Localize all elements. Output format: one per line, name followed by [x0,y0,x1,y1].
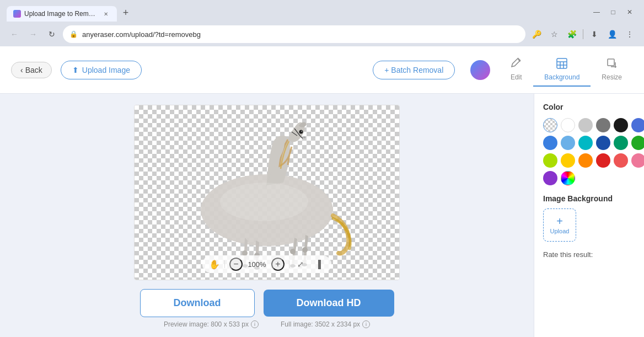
password-btn[interactable]: 🔑 [529,26,544,42]
tab-background[interactable]: Background [533,53,591,87]
swatch-yellow-green[interactable] [543,153,557,168]
lock-icon: 🔒 [69,30,78,38]
svg-rect-5 [608,59,614,66]
resize-icon [606,57,618,72]
back-nav-btn[interactable]: ← [7,26,22,42]
horse-image [135,105,399,280]
swatch-red[interactable] [596,153,610,168]
bottom-actions: Download Download HD [140,289,394,317]
zoom-out-btn[interactable]: − [229,258,243,271]
rate-section: Rate this result: [543,250,635,259]
back-chevron-icon: ‹ [20,66,23,74]
toolbar-divider [583,29,583,39]
swatch-blue-dark[interactable] [631,118,644,132]
swatch-gray[interactable] [596,118,610,132]
tab-edit[interactable]: Edit [499,53,533,87]
image-toolbar: ✋ − 100% + ⤢ ▐ [202,255,331,273]
upload-bg-button[interactable]: + Upload [543,208,576,242]
tab-bar: Upload Image to Remove Bg in... ✕ + [7,5,584,22]
swatch-navy[interactable] [596,136,610,150]
svg-point-9 [303,136,306,138]
preview-info-icon: i [251,320,259,328]
profile-btn[interactable]: 👤 [604,26,620,42]
svg-point-17 [290,249,296,254]
rate-title: Rate this result: [543,250,635,259]
split-view-btn[interactable]: ▐ [312,258,325,271]
zoom-in-btn[interactable]: + [271,258,285,271]
browser-toolbar: ← → ↻ 🔒 🔑 ☆ 🧩 ⬇ 👤 ⋮ [0,22,644,46]
swatch-transparent[interactable] [543,118,557,132]
swatch-light-gray[interactable] [578,118,593,132]
avatar[interactable] [470,60,490,80]
back-label: Back [25,66,42,74]
swatch-purple[interactable] [543,171,557,185]
forward-nav-btn[interactable]: → [25,26,41,42]
color-grid [543,118,635,185]
svg-point-8 [301,131,302,132]
preview-info: Preview image: 800 x 533 px i [164,320,259,328]
bookmark-btn[interactable]: ☆ [546,26,562,42]
canvas-area: ✋ − 100% + ⤢ ▐ Download Download HD Prev… [0,94,534,337]
tab-background-label: Background [544,73,579,81]
main-content: ✋ − 100% + ⤢ ▐ Download Download HD Prev… [0,94,644,337]
upload-bg-label: Upload [550,228,570,234]
maximize-btn[interactable]: □ [605,4,621,20]
address-bar[interactable]: 🔒 [63,25,525,43]
svg-point-18 [302,247,308,253]
download-button[interactable]: Download [140,289,255,317]
header-right: Edit Background [499,53,633,87]
download-browser-btn[interactable]: ⬇ [587,26,602,42]
edit-icon [510,57,522,72]
upload-image-button[interactable]: ⬆ Upload Image [61,61,142,79]
swatch-pink[interactable] [631,153,644,168]
upload-icon: ⬆ [72,66,79,74]
tab-label: Upload Image to Remove Bg in... [24,10,98,18]
minimize-btn[interactable]: — [589,4,604,20]
swatch-yellow[interactable] [561,153,575,168]
checkerboard-bg [135,105,399,280]
upload-plus-icon: + [556,216,563,227]
swatch-cyan[interactable] [578,136,593,150]
tab-favicon [13,10,21,18]
svg-point-14 [220,183,308,221]
batch-removal-button[interactable]: + Batch Removal [373,61,455,79]
swatch-light-blue[interactable] [561,136,575,150]
fullscreen-btn[interactable]: ⤢ [294,258,307,271]
image-container: ✋ − 100% + ⤢ ▐ [134,105,400,280]
image-bg-section: Image Background + Upload [543,194,635,242]
swatch-blue[interactable] [543,136,557,150]
new-tab-btn[interactable]: + [118,5,133,20]
background-icon [556,57,568,72]
download-hd-button[interactable]: Download HD [264,290,394,317]
url-input[interactable] [82,30,519,39]
window-controls: — □ ✕ [589,4,637,20]
hand-tool-icon[interactable]: ✋ [209,259,220,270]
svg-rect-0 [557,58,567,68]
full-info-icon: i [362,320,370,328]
swatch-orange[interactable] [578,153,593,168]
tab-resize[interactable]: Resize [591,53,633,87]
browser-chrome: Upload Image to Remove Bg in... ✕ + — □ … [0,0,644,46]
app-container: ‹ Back ⬆ Upload Image + Batch Removal Ed… [0,46,644,337]
close-btn[interactable]: ✕ [622,4,637,20]
sidebar: Color [534,94,644,337]
toolbar-actions: 🔑 ☆ 🧩 ⬇ 👤 ⋮ [529,26,637,42]
app-header: ‹ Back ⬆ Upload Image + Batch Removal Ed… [0,46,644,94]
tab-close-btn[interactable]: ✕ [101,9,110,18]
tab-edit-label: Edit [511,73,522,81]
swatch-teal[interactable] [614,136,628,150]
active-tab[interactable]: Upload Image to Remove Bg in... ✕ [7,6,117,22]
swatch-rainbow[interactable] [561,171,575,185]
swatch-light-red[interactable] [614,153,628,168]
bottom-info: Preview image: 800 x 533 px i Full image… [164,320,370,328]
swatch-green[interactable] [631,136,644,150]
browser-titlebar: Upload Image to Remove Bg in... ✕ + — □ … [0,0,644,22]
menu-btn[interactable]: ⋮ [622,26,637,42]
color-section-title: Color [543,103,635,111]
back-button[interactable]: ‹ Back [11,62,52,78]
swatch-black[interactable] [614,118,628,132]
extensions-btn[interactable]: 🧩 [564,26,579,42]
batch-label: + Batch Removal [384,66,443,74]
reload-btn[interactable]: ↻ [44,26,60,42]
swatch-white[interactable] [561,118,575,132]
